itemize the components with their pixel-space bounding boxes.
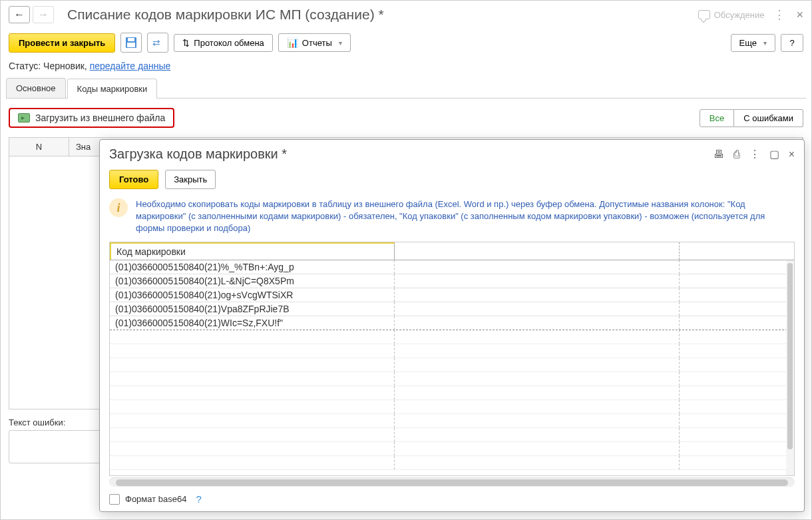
load-btn-label: Загрузить из внешнего файла xyxy=(35,113,165,123)
status-label: Статус: xyxy=(9,61,41,71)
dialog-title: Загрузка кодов маркировки * xyxy=(109,146,704,162)
cell[interactable] xyxy=(395,274,680,288)
horizontal-scrollbar[interactable] xyxy=(109,477,795,487)
cell[interactable] xyxy=(680,288,794,302)
col-n[interactable]: N xyxy=(9,138,69,156)
cell[interactable] xyxy=(395,260,680,274)
dialog-toolbar: Готово Закрыть xyxy=(100,166,804,193)
table-row[interactable] xyxy=(110,456,794,470)
close-icon[interactable]: × xyxy=(796,8,803,22)
reports-button[interactable]: Отчеты xyxy=(278,33,351,52)
cell[interactable] xyxy=(680,316,794,330)
tab-codes[interactable]: Коды маркировки xyxy=(67,79,158,99)
code-cell[interactable]: (01)03660005150840(21)Vpa8ZFpRJie7B xyxy=(110,302,395,316)
file-import-icon xyxy=(18,113,30,123)
help-button[interactable]: ? xyxy=(781,34,803,52)
main-window: ← → Списание кодов маркировки ИС МП (соз… xyxy=(0,0,812,520)
page-title: Списание кодов маркировки ИС МП (создани… xyxy=(67,7,698,23)
chat-icon xyxy=(698,10,710,19)
info-row: i Необходимо скопировать коды маркировки… xyxy=(100,193,804,242)
table-row[interactable]: (01)03660005150840(21)Vpa8ZFpRJie7B xyxy=(110,302,794,316)
dialog-close-button[interactable]: Закрыть xyxy=(165,170,216,189)
main-toolbar: Провести и закрыть ⇅Протокол обмена Отче… xyxy=(1,29,811,57)
discussion-label: Обсуждение xyxy=(714,10,765,20)
base64-help-icon[interactable]: ? xyxy=(196,493,201,505)
cell[interactable] xyxy=(680,302,794,316)
dialog-more-icon[interactable]: ⋮ xyxy=(749,148,760,160)
scrollbar-thumb[interactable] xyxy=(787,263,793,449)
more-button[interactable]: Еще xyxy=(731,34,775,52)
cell[interactable] xyxy=(395,302,680,316)
dialog-maximize-icon[interactable]: ▢ xyxy=(769,148,779,160)
arrows-icon xyxy=(152,37,163,48)
dialog-titlebar: Загрузка кодов маркировки * ⋮ ▢ × xyxy=(100,140,804,166)
table-row[interactable]: (01)03660005150840(21)og+sVcgWTSiXR xyxy=(110,288,794,302)
vertical-scrollbar[interactable] xyxy=(786,260,794,475)
table-row[interactable] xyxy=(110,400,794,414)
code-cell[interactable]: (01)03660005150840(21)WIc=Sz,FXU!f" xyxy=(110,316,395,330)
table-row[interactable] xyxy=(110,414,794,428)
status-value: Черновик, xyxy=(43,61,87,71)
dialog-col-code[interactable]: Код маркировки xyxy=(110,242,395,260)
protocol-button[interactable]: ⇅Протокол обмена xyxy=(174,34,273,52)
dialog-print-icon[interactable] xyxy=(713,148,724,160)
save-button[interactable] xyxy=(120,33,142,53)
submit-close-button[interactable]: Провести и закрыть xyxy=(9,33,115,53)
reports-label: Отчеты xyxy=(302,38,332,48)
protocol-label: Протокол обмена xyxy=(194,38,264,48)
tabs: Основное Коды маркировки xyxy=(6,78,806,99)
more-menu-icon[interactable]: ⋮ xyxy=(773,7,785,22)
floppy-icon xyxy=(126,37,136,48)
nav-back-button[interactable]: ← xyxy=(9,6,30,23)
table-row[interactable] xyxy=(110,344,794,358)
dialog-close-icon[interactable]: × xyxy=(789,148,795,160)
base64-checkbox[interactable] xyxy=(109,494,120,505)
cell[interactable] xyxy=(680,260,794,274)
refresh-button[interactable] xyxy=(147,33,168,53)
code-cell[interactable]: (01)03660005150840(21)og+sVcgWTSiXR xyxy=(110,288,395,302)
table-row[interactable] xyxy=(110,428,794,442)
done-button[interactable]: Готово xyxy=(109,170,158,189)
table-row[interactable] xyxy=(110,442,794,456)
status-link[interactable]: передайте данные xyxy=(90,61,171,71)
table-row[interactable] xyxy=(110,372,794,386)
scrollbar-thumb[interactable] xyxy=(116,479,788,486)
discussion-link[interactable]: Обсуждение xyxy=(698,10,765,20)
sync-icon: ⇅ xyxy=(182,38,190,48)
info-icon: i xyxy=(109,198,128,217)
load-from-file-button[interactable]: Загрузить из внешнего файла xyxy=(9,108,174,128)
report-icon xyxy=(287,37,298,48)
dialog-grid[interactable]: Код маркировки (01)03660005150840(21)%_%… xyxy=(109,242,795,476)
titlebar: ← → Списание кодов маркировки ИС МП (соз… xyxy=(1,1,811,29)
dialog-preview-icon[interactable] xyxy=(733,148,740,160)
code-cell[interactable]: (01)03660005150840(21)%_%TBn+:Ayg_p xyxy=(110,260,395,274)
cell[interactable] xyxy=(395,288,680,302)
table-row[interactable]: (01)03660005150840(21)L-&NjC=Q8X5Pm xyxy=(110,274,794,288)
cell[interactable] xyxy=(395,316,680,330)
table-row[interactable]: (01)03660005150840(21)WIc=Sz,FXU!f" xyxy=(110,316,794,330)
filter-errors-button[interactable]: С ошибками xyxy=(734,109,803,127)
table-row[interactable] xyxy=(110,330,794,344)
dialog-col-2[interactable] xyxy=(395,242,680,260)
info-text: Необходимо скопировать коды маркировки в… xyxy=(136,198,795,235)
filter-group: Все С ошибками xyxy=(700,109,803,127)
base64-label: Формат base64 xyxy=(125,494,186,504)
dialog-footer: Формат base64 ? xyxy=(100,487,804,511)
dialog-grid-body[interactable]: (01)03660005150840(21)%_%TBn+:Ayg_p (01)… xyxy=(110,260,794,475)
filter-all-button[interactable]: Все xyxy=(700,109,734,127)
status-row: Статус: Черновик, передайте данные xyxy=(1,57,811,75)
table-row[interactable] xyxy=(110,358,794,372)
dialog-col-3[interactable] xyxy=(680,242,794,260)
nav-forward-button[interactable]: → xyxy=(33,6,54,23)
tab-main[interactable]: Основное xyxy=(6,78,66,98)
code-cell[interactable]: (01)03660005150840(21)L-&NjC=Q8X5Pm xyxy=(110,274,395,288)
dialog-grid-header: Код маркировки xyxy=(110,242,794,260)
table-row[interactable] xyxy=(110,386,794,400)
table-row[interactable]: (01)03660005150840(21)%_%TBn+:Ayg_p xyxy=(110,260,794,274)
cell[interactable] xyxy=(680,274,794,288)
load-codes-dialog: Загрузка кодов маркировки * ⋮ ▢ × Готово… xyxy=(99,139,805,512)
